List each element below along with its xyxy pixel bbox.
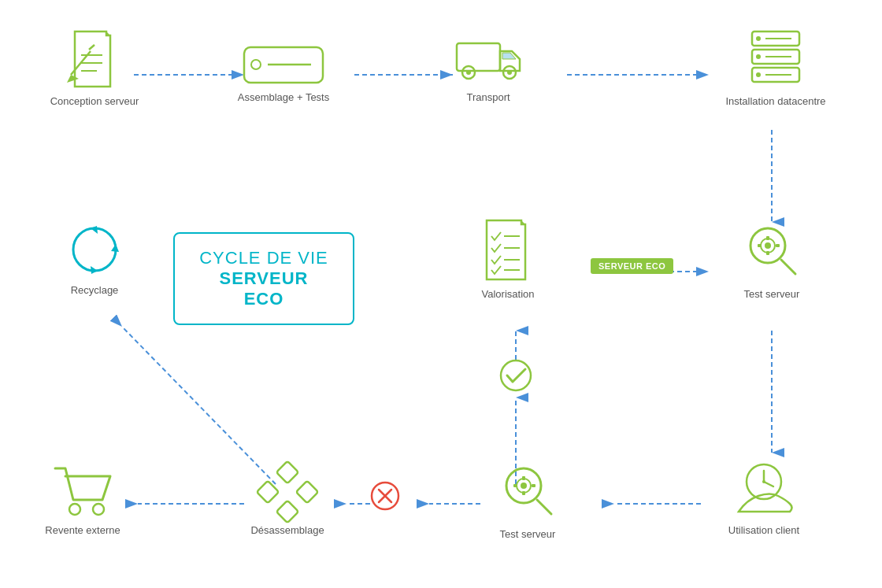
svg-rect-60 <box>296 481 318 503</box>
desassemblage-label: Désassemblage <box>250 524 324 536</box>
recyclage-label: Recyclage <box>71 284 119 296</box>
node-installation: Installation datacentre <box>709 28 843 107</box>
diagram: Conception serveur Assemblage + Tests <box>0 0 882 588</box>
revente-icon <box>51 460 114 520</box>
node-assemblage: Assemblage + Tests <box>228 43 339 103</box>
svg-rect-61 <box>276 501 298 523</box>
svg-rect-58 <box>276 461 298 483</box>
valorisation-icon <box>480 216 536 283</box>
svg-point-38 <box>756 72 761 77</box>
recyclage-icon <box>65 220 124 279</box>
conception-icon <box>67 28 122 91</box>
test-serveur-top-icon <box>740 220 803 283</box>
utilisation-label: Utilisation client <box>728 524 799 536</box>
serveur-eco-badge: SERVEUR ECO <box>591 258 673 274</box>
center-line1: CYCLE DE VIE <box>197 248 331 268</box>
svg-point-50 <box>765 242 771 249</box>
svg-point-57 <box>93 504 104 515</box>
revente-label: Revente externe <box>45 524 120 536</box>
transport-icon <box>453 28 524 87</box>
node-check <box>488 358 543 394</box>
svg-rect-70 <box>522 491 525 495</box>
desassemblage-icon <box>256 460 319 520</box>
svg-rect-71 <box>513 484 517 487</box>
svg-point-30 <box>507 70 512 75</box>
node-valorisation: Valorisation <box>457 216 559 300</box>
node-conception: Conception serveur <box>47 28 142 107</box>
node-revente: Revente externe <box>32 460 134 536</box>
svg-rect-69 <box>522 476 525 480</box>
node-reject <box>365 480 405 512</box>
svg-point-56 <box>69 504 80 515</box>
svg-point-76 <box>762 480 765 483</box>
test-serveur-bot-icon <box>496 460 559 523</box>
svg-rect-51 <box>766 236 769 240</box>
node-transport: Transport <box>441 28 536 103</box>
svg-line-75 <box>764 482 773 486</box>
svg-rect-72 <box>532 484 536 487</box>
conception-label: Conception serveur <box>50 95 139 107</box>
svg-point-35 <box>756 54 761 59</box>
reject-icon <box>369 480 401 512</box>
node-recyclage: Recyclage <box>47 220 142 296</box>
node-test-serveur-bot: Test serveur <box>476 460 579 540</box>
svg-marker-18 <box>67 75 79 83</box>
installation-icon <box>744 28 807 91</box>
svg-point-68 <box>521 483 527 489</box>
test-serveur-top-label: Test serveur <box>744 288 800 300</box>
node-utilisation: Utilisation client <box>697 457 831 536</box>
test-serveur-bot-label: Test serveur <box>500 528 556 540</box>
assemblage-icon <box>240 43 327 87</box>
installation-label: Installation datacentre <box>725 95 825 107</box>
svg-point-24 <box>251 60 261 69</box>
svg-point-28 <box>466 70 471 75</box>
check-icon <box>498 358 534 394</box>
svg-line-48 <box>781 260 795 274</box>
node-test-serveur-top: Test serveur <box>709 220 835 300</box>
center-line2: SERVEUR ECO <box>197 268 331 309</box>
assemblage-label: Assemblage + Tests <box>238 91 329 103</box>
svg-line-19 <box>89 45 94 50</box>
svg-line-66 <box>537 500 551 514</box>
utilisation-icon <box>731 457 798 520</box>
node-desassemblage: Désassemblage <box>232 460 343 536</box>
center-box: CYCLE DE VIE SERVEUR ECO <box>173 232 354 325</box>
svg-rect-52 <box>766 251 769 255</box>
valorisation-label: Valorisation <box>482 288 535 300</box>
svg-rect-26 <box>457 43 500 71</box>
svg-rect-54 <box>776 244 780 247</box>
transport-label: Transport <box>466 91 510 103</box>
svg-rect-53 <box>758 244 762 247</box>
svg-marker-42 <box>91 226 98 234</box>
svg-point-55 <box>501 361 531 390</box>
svg-point-32 <box>756 36 761 41</box>
svg-rect-59 <box>257 481 279 503</box>
